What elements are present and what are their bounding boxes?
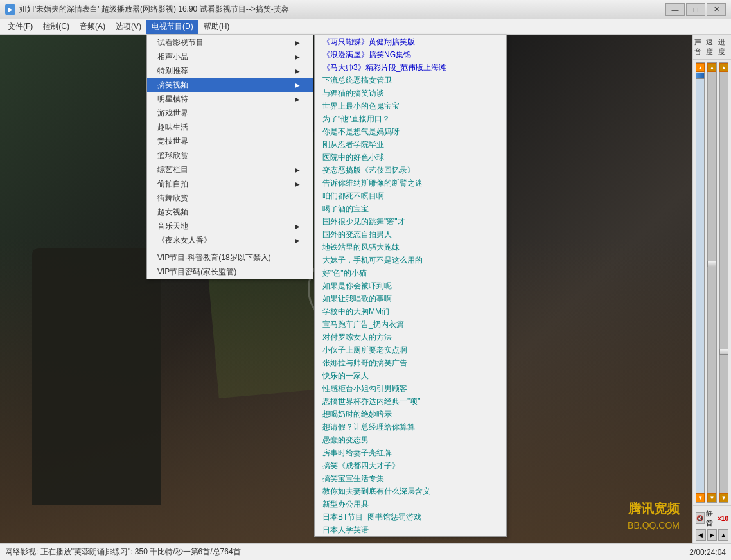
menu-item-funny[interactable]: 搞笑视频 ▶	[147, 78, 313, 92]
status-right-time: 2/00:24:04	[689, 548, 726, 557]
menu-help[interactable]: 帮助(H)	[198, 20, 235, 34]
progress-thumb[interactable]	[719, 349, 728, 355]
speed-up-arrow[interactable]: ▲	[707, 63, 716, 72]
secondary-menu-item-19[interactable]: 如果是你会被吓到呢	[315, 279, 506, 292]
secondary-menu-item-20[interactable]: 如果让我唱歌的事啊	[315, 292, 506, 305]
secondary-menu-item-21[interactable]: 学校中的大胸MM们	[315, 305, 506, 318]
secondary-menu-item-0[interactable]: 《两只蝴蝶》黄健翔搞笑版	[315, 35, 506, 48]
secondary-menu-item-11[interactable]: 告诉你维纳斯雕像的断臂之迷	[315, 177, 506, 189]
menu-item-nightwoman[interactable]: 《夜来女人香》 ▶	[147, 233, 313, 247]
menu-item-vip-pwd[interactable]: VIP节目密码(家长监管)	[147, 265, 313, 279]
menu-file[interactable]: 文件(F)	[3, 20, 38, 34]
secondary-menu-item-10[interactable]: 变态恶搞版《艺伎回忆录》	[315, 164, 506, 177]
mute-icon[interactable]: 🔇	[696, 512, 705, 524]
secondary-menu-item-38[interactable]: 日本人学英语	[315, 523, 506, 536]
secondary-menu-item-23[interactable]: 对付罗嗦女人的方法	[315, 331, 506, 344]
menu-item-crosstalk[interactable]: 相声小品 ▶	[147, 49, 313, 64]
volume-thumb[interactable]	[696, 73, 705, 79]
secondary-menu-item-8[interactable]: 刚从忍者学院毕业	[315, 138, 506, 151]
title-bar: ▶ 姐姐'未婚夫的深情表白' 超级播放器(网络影视) 16.90 试看影视节目-…	[0, 0, 731, 19]
secondary-menu-item-1[interactable]: 《浪漫满屋》搞笑NG集锦	[315, 48, 506, 61]
secondary-menu-item-32[interactable]: 房事时给妻子亮红牌	[315, 446, 506, 459]
secondary-menu-item-2[interactable]: 《马大帅3》精彩片段_范伟版上海滩	[315, 61, 506, 74]
secondary-menu-item-22[interactable]: 宝马跑车广告_扔内衣篇	[315, 318, 506, 331]
secondary-menu-item-30[interactable]: 想请假？让总经理给你算算	[315, 421, 506, 433]
secondary-menu-item-6[interactable]: 为了"他"直接用口？	[315, 112, 506, 125]
secondary-menu-item-14[interactable]: 国外很少见的跳舞"窘"才	[315, 215, 506, 228]
menu-item-supergirl[interactable]: 超女视频	[147, 205, 313, 219]
secondary-menu-item-7[interactable]: 你是不是想气是妈妈呀	[315, 125, 506, 138]
speed-down-arrow[interactable]: ▼	[707, 493, 716, 502]
secondary-menu-item-13[interactable]: 喝了酒的宝宝	[315, 202, 506, 215]
maximize-button[interactable]: □	[686, 3, 705, 16]
secondary-menu-item-3[interactable]: 下流总统恶搞女管卫	[315, 74, 506, 87]
secondary-menu-item-24[interactable]: 小伙子上厕所要老实点啊	[315, 344, 506, 356]
secondary-menu-item-29[interactable]: 想喝奶时的绝妙暗示	[315, 408, 506, 421]
volume-up-arrow[interactable]: ▲	[696, 63, 705, 72]
sliders-container: ▲ ▼ ▲ ▼ ▲ ▼	[693, 60, 731, 505]
secondary-menu-item-33[interactable]: 搞笑《成都四大才子》	[315, 459, 506, 472]
menu-item-vip-edu[interactable]: VIP节目-科普教育(18岁以下禁入)	[147, 250, 313, 265]
main-area: ⏵ 腾讯宽频 BB.QQ.COM 声音 速度 进度 ▲ ▼ ▲ ▼	[0, 35, 731, 543]
app-icon: ▶	[5, 4, 15, 15]
secondary-menu-item-34[interactable]: 搞笑宝宝生活专集	[315, 472, 506, 485]
volume-slider[interactable]: ▲ ▼	[696, 62, 705, 503]
menu-item-preview[interactable]: 试看影视节目 ▶	[147, 35, 313, 49]
mute-label: 静音	[706, 509, 716, 528]
title-part3: 试看影视节目-->搞笑-芙蓉	[200, 4, 289, 13]
volume-down-arrow[interactable]: ▼	[696, 493, 705, 502]
title-part1: 姐姐'未婚夫的深情表白'	[19, 4, 100, 13]
secondary-menu-item-15[interactable]: 国外的变态自拍男人	[315, 228, 506, 241]
menu-item-sports[interactable]: 竞技世界	[147, 134, 313, 148]
menu-separator	[150, 249, 310, 249]
menu-item-special[interactable]: 特别推荐 ▶	[147, 64, 313, 78]
status-left-text: 网络影视: 正在播放"芙蓉朗诵排练习": 350 千比特/秒一第6首/总764首	[5, 547, 689, 557]
window-controls: — □ ✕	[665, 3, 726, 16]
menu-item-candid[interactable]: 偷拍自拍 ▶	[147, 177, 313, 191]
secondary-menu-item-9[interactable]: 医院中的好色小球	[315, 151, 506, 164]
secondary-menu-item-16[interactable]: 地铁站里的风骚大跑妹	[315, 241, 506, 254]
menu-item-streetdance[interactable]: 街舞欣赏	[147, 191, 313, 205]
secondary-menu-item-25[interactable]: 张娜拉与帅哥的搞笑广告	[315, 356, 506, 369]
secondary-menu-item-17[interactable]: 大妹子，手机可不是这么用的	[315, 254, 506, 267]
primary-dropdown: 试看影视节目 ▶ 相声小品 ▶ 特别推荐 ▶ 搞笑视频 ▶ 明星模特 ▶ 游戏世…	[146, 35, 313, 279]
menu-item-stars[interactable]: 明星模特 ▶	[147, 92, 313, 106]
progress-up-arrow[interactable]: ▲	[719, 63, 728, 72]
close-button[interactable]: ✕	[707, 3, 726, 16]
menu-item-basketball[interactable]: 篮球欣赏	[147, 148, 313, 162]
panel-btn-2[interactable]: ▶	[707, 529, 718, 541]
menu-item-games[interactable]: 游戏世界	[147, 106, 313, 120]
secondary-menu-item-12[interactable]: 咱们都死不瞑目啊	[315, 189, 506, 202]
progress-slider[interactable]: ▲ ▼	[719, 62, 728, 503]
secondary-menu-item-36[interactable]: 新型办公用具	[315, 498, 506, 511]
secondary-menu-item-35[interactable]: 教你如夫妻到底有什么深层含义	[315, 485, 506, 498]
menu-item-life[interactable]: 趣味生活	[147, 120, 313, 134]
menu-item-variety[interactable]: 综艺栏目 ▶	[147, 162, 313, 177]
secondary-dropdown: 《两只蝴蝶》黄健翔搞笑版《浪漫满屋》搞笑NG集锦《马大帅3》精彩片段_范伟版上海…	[314, 35, 507, 537]
panel-btn-1[interactable]: ◀	[696, 529, 706, 541]
speed-thumb[interactable]	[707, 261, 716, 267]
secondary-menu-item-26[interactable]: 快乐的一家人	[315, 369, 506, 382]
progress-header: 进度	[718, 37, 730, 57]
menu-control[interactable]: 控制(C)	[38, 20, 75, 34]
secondary-menu-item-5[interactable]: 世界上最小的色鬼宝宝	[315, 100, 506, 112]
menu-audio[interactable]: 音频(A)	[75, 20, 110, 34]
mute-row: 🔇 静音 ×10	[696, 509, 728, 528]
menu-item-music[interactable]: 音乐天地 ▶	[147, 219, 313, 233]
secondary-menu-item-37[interactable]: 日本BT节目_图书馆惩罚游戏	[315, 511, 506, 523]
panel-btn-3[interactable]: ▲	[718, 529, 728, 541]
secondary-menu-item-18[interactable]: 好"色"的小猫	[315, 267, 506, 279]
speed-slider[interactable]: ▲ ▼	[707, 62, 716, 503]
menu-options[interactable]: 选项(V)	[110, 20, 146, 34]
progress-down-arrow[interactable]: ▼	[719, 493, 728, 502]
secondary-menu-item-31[interactable]: 愚蠢的变态男	[315, 433, 506, 446]
speed-header: 速度	[706, 37, 718, 57]
menu-tvshow[interactable]: 电视节目(D)	[146, 20, 198, 34]
volume-x-label: ×10	[718, 515, 728, 522]
minimize-button[interactable]: —	[665, 3, 685, 16]
secondary-menu-item-28[interactable]: 恶搞世界杯乔达内经典一"项"	[315, 395, 506, 408]
secondary-menu-item-27[interactable]: 性感柜台小姐勾引男顾客	[315, 382, 506, 395]
status-bar: 网络影视: 正在播放"芙蓉朗诵排练习": 350 千比特/秒一第6首/总764首…	[0, 543, 731, 560]
video-brand: 腾讯宽频	[628, 500, 680, 518]
secondary-menu-item-4[interactable]: 与狸猫的搞笑访谈	[315, 87, 506, 100]
